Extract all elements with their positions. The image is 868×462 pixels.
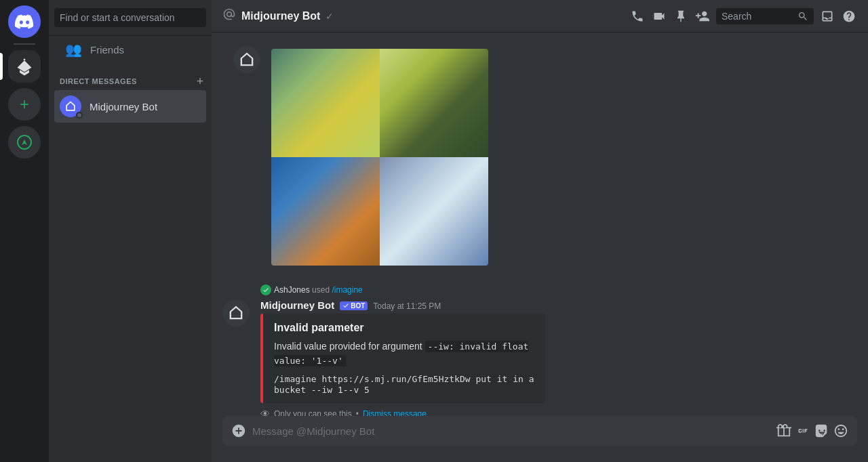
dm-item-name: Midjourney Bot (90, 101, 157, 112)
error-message-content: Midjourney Bot BOT Today at 11:25 PM Inv… (260, 299, 545, 416)
error-author-name: Midjourney Bot (260, 299, 334, 311)
main-content: Midjourney Bot ✓ (212, 0, 868, 462)
image-message-content (271, 46, 488, 268)
server-icon-active[interactable] (8, 50, 41, 83)
gift-button[interactable] (776, 423, 792, 439)
gif-icon (795, 423, 810, 438)
bot-tag: BOT (340, 301, 368, 310)
bot-avatar-2 (222, 299, 250, 327)
boat-icon (15, 57, 34, 76)
image-message-section (212, 43, 868, 271)
bot-avatar-icon-1 (237, 50, 256, 69)
error-timestamp: Today at 11:25 PM (373, 301, 441, 311)
used-command[interactable]: /imagine (332, 285, 362, 295)
search-icon (797, 11, 808, 22)
input-right-actions (776, 423, 849, 439)
search-box[interactable] (716, 8, 814, 24)
bot-avatar-1 (233, 46, 260, 73)
image-quadrant-1 (271, 49, 380, 157)
error-embed: Invalid parameter Invalid value provided… (260, 314, 545, 403)
add-dm-button[interactable]: + (194, 75, 206, 87)
eye-icon: 👁 (260, 408, 270, 416)
dismiss-link[interactable]: Dismiss message (363, 409, 427, 416)
dm-search-input[interactable] (54, 8, 206, 27)
dm-item-midjourney[interactable]: Midjourney Bot ✕ (54, 90, 206, 123)
chat-header: Midjourney Bot ✓ (212, 0, 868, 33)
explore-servers-button[interactable] (8, 126, 41, 159)
compass-icon (16, 134, 33, 150)
error-command-line: /imagine https://s.mj.run/GfEm5HztkDw pu… (274, 373, 534, 395)
attach-file-button[interactable] (231, 423, 247, 439)
friends-label: Friends (90, 44, 124, 56)
sticker-button[interactable] (814, 423, 830, 439)
boat-avatar-icon (64, 100, 77, 113)
emoji-button[interactable] (833, 423, 849, 439)
midjourney-avatar (60, 96, 81, 117)
discord-icon (15, 12, 34, 31)
dm-status-indicator (76, 112, 83, 119)
chat-messages: AshJones used /imagine Midjourney Bot (212, 33, 868, 416)
active-indicator (0, 53, 3, 80)
dm-panel: 👥 Friends DIRECT MESSAGES + Midjourney B… (49, 0, 212, 462)
at-icon (222, 7, 236, 21)
gift-icon (776, 423, 791, 438)
phone-call-button[interactable] (629, 8, 646, 24)
error-title: Invalid parameter (274, 322, 534, 334)
phone-icon (631, 9, 644, 23)
inbox-button[interactable] (819, 8, 835, 24)
checkmark-icon (262, 287, 269, 293)
svg-marker-1 (22, 140, 27, 145)
help-button[interactable] (841, 8, 857, 24)
add-friend-button[interactable] (694, 8, 711, 24)
video-icon (652, 9, 666, 23)
friends-nav-item[interactable]: 👥 Friends (54, 36, 206, 63)
dm-header-icon (222, 7, 236, 24)
header-actions (629, 8, 857, 24)
search-input[interactable] (722, 11, 795, 22)
error-body: Invalid value provided for argument --iw… (274, 339, 534, 368)
add-friend-icon (695, 9, 710, 24)
pin-button[interactable] (673, 8, 689, 24)
image-quadrant-3 (271, 157, 380, 266)
image-grid (271, 49, 488, 266)
image-quadrant-4 (380, 157, 488, 266)
chat-header-name: Midjourney Bot (241, 10, 320, 22)
plus-circle-icon (231, 423, 246, 438)
used-command-bar: AshJones used /imagine (212, 282, 868, 298)
used-bar-text: AshJones used /imagine (274, 285, 363, 295)
help-icon (842, 9, 856, 23)
pin-icon (674, 9, 688, 23)
dm-search-area (49, 0, 212, 36)
add-server-button[interactable]: + (8, 88, 41, 121)
verified-checkmark: ✓ (326, 11, 334, 22)
sticker-icon (814, 423, 829, 438)
chat-input-area (212, 416, 868, 462)
bot-avatar-icon-2 (226, 303, 245, 322)
gif-button[interactable] (795, 423, 811, 439)
error-message-header: Midjourney Bot BOT Today at 11:25 PM (260, 299, 545, 311)
discord-home-button[interactable] (8, 5, 41, 38)
friends-icon: 👥 (65, 41, 82, 58)
chat-input-box (222, 416, 857, 446)
inbox-icon (821, 9, 834, 23)
image-quadrant-2 (380, 49, 488, 157)
error-message-row: Midjourney Bot BOT Today at 11:25 PM Inv… (212, 298, 868, 416)
used-by-username: AshJones (274, 285, 310, 295)
emoji-icon (833, 423, 848, 438)
visibility-note: 👁 Only you can see this • Dismiss messag… (260, 408, 545, 416)
image-message-row (212, 43, 868, 271)
dm-section-title: DIRECT MESSAGES (60, 77, 137, 85)
server-divider (14, 43, 35, 45)
dm-section-header: DIRECT MESSAGES + (49, 63, 212, 90)
video-call-button[interactable] (651, 8, 667, 24)
used-bar-icon (260, 285, 271, 295)
message-input[interactable] (252, 419, 770, 444)
bot-checkmark-icon (342, 302, 349, 309)
server-sidebar: + (0, 0, 49, 462)
